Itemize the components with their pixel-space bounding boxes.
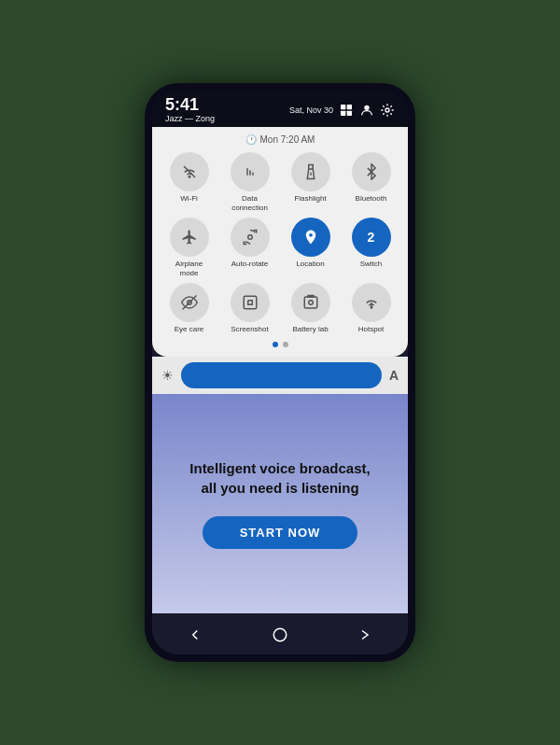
phone-screen: 5:41 Jazz — Zong Sat, Nov 30 🕐 Mon 7 — [152, 91, 408, 654]
status-date: Sat, Nov 30 — [289, 105, 333, 115]
airplane-label: Airplanemode — [175, 260, 203, 277]
eyecare-label: Eye care — [175, 325, 204, 334]
brightness-low-icon: ☀ — [161, 368, 174, 383]
wifi-label: Wi-Fi — [180, 194, 198, 204]
dot-2 — [283, 342, 288, 347]
tile-eyecare[interactable]: Eye care — [161, 283, 217, 334]
tile-hotspot[interactable]: Hotspot — [343, 283, 399, 334]
flashlight-label: Flashlight — [294, 194, 326, 204]
status-bar: 5:41 Jazz — Zong Sat, Nov 30 — [152, 91, 408, 127]
quick-settings-panel: 🕐 Mon 7:20 AM Wi-Fi Dataconnection — [152, 127, 408, 357]
wifi-icon — [170, 152, 209, 191]
brightness-auto-icon[interactable]: A — [389, 368, 399, 383]
svg-point-15 — [308, 301, 313, 305]
svg-point-4 — [364, 105, 369, 109]
alarm-icon: 🕐 — [245, 134, 257, 145]
alarm-time: Mon 7:20 AM — [260, 134, 315, 145]
tile-wifi[interactable]: Wi-Fi — [161, 152, 217, 212]
autorotate-icon — [231, 218, 270, 257]
tile-airplane[interactable]: Airplanemode — [161, 218, 217, 277]
svg-point-19 — [273, 628, 287, 641]
tile-screenshot[interactable]: Screenshot — [222, 283, 277, 334]
tile-data[interactable]: Dataconnection — [222, 152, 277, 212]
profile-icon — [359, 103, 374, 118]
svg-rect-14 — [304, 297, 317, 308]
dot-1 — [273, 342, 278, 347]
autorotate-label: Auto-rotate — [231, 260, 269, 269]
screenshot-label: Screenshot — [231, 325, 268, 334]
alarm-indicator: 🕐 Mon 7:20 AM — [161, 134, 399, 145]
batterylab-label: Battery lab — [292, 325, 328, 334]
location-label: Location — [296, 260, 324, 269]
status-left: 5:41 Jazz — Zong — [165, 96, 215, 123]
tile-batterylab[interactable]: Battery lab — [283, 283, 338, 334]
batterylab-icon — [291, 283, 330, 322]
status-right: Sat, Nov 30 — [289, 103, 395, 118]
switch-label: Switch — [360, 260, 383, 269]
svg-rect-2 — [341, 110, 345, 115]
page-dots — [161, 342, 399, 347]
switch-icon: 2 — [352, 218, 391, 257]
svg-rect-8 — [308, 165, 313, 170]
tile-flashlight[interactable]: Flashlight — [283, 152, 338, 212]
quick-tiles-grid: Wi-Fi Dataconnection Flashlight — [161, 152, 399, 334]
phone-frame: 5:41 Jazz — Zong Sat, Nov 30 🕐 Mon 7 — [145, 83, 415, 662]
brightness-bar: ☀ A — [152, 357, 408, 394]
svg-rect-1 — [347, 105, 352, 109]
tile-switch[interactable]: 2 Switch — [343, 218, 399, 277]
svg-rect-3 — [347, 110, 352, 115]
svg-point-6 — [189, 176, 190, 178]
status-carrier: Jazz — Zong — [165, 114, 215, 123]
hotspot-icon — [352, 283, 391, 322]
tile-location[interactable]: Location — [283, 218, 338, 277]
data-label: Dataconnection — [231, 194, 268, 212]
data-icon — [231, 152, 270, 191]
voice-text: Intelligent voice broadcast, all you nee… — [189, 458, 370, 498]
settings-icon — [380, 103, 395, 118]
svg-point-10 — [247, 235, 252, 240]
status-time: 5:41 — [165, 96, 215, 113]
brightness-slider[interactable] — [181, 362, 382, 388]
recents-button[interactable] — [351, 621, 379, 649]
location-icon — [291, 218, 330, 257]
voice-section: Intelligent voice broadcast, all you nee… — [152, 394, 408, 613]
airplane-icon — [170, 218, 209, 257]
bluetooth-label: Bluetooth — [356, 194, 387, 204]
navigation-bar — [152, 613, 408, 654]
tile-autorotate[interactable]: Auto-rotate — [222, 218, 277, 277]
flashlight-icon — [291, 152, 330, 191]
screenshot-icon — [231, 283, 270, 322]
svg-point-5 — [385, 108, 389, 112]
start-now-button[interactable]: START NOW — [203, 516, 358, 549]
hotspot-label: Hotspot — [358, 325, 385, 334]
home-button[interactable] — [266, 621, 294, 649]
tile-bluetooth[interactable]: Bluetooth — [343, 152, 399, 212]
svg-rect-0 — [341, 105, 345, 109]
multiwindow-icon — [339, 103, 354, 118]
svg-rect-13 — [244, 297, 257, 310]
back-button[interactable] — [181, 621, 209, 649]
eyecare-icon — [170, 283, 209, 322]
bluetooth-icon — [352, 152, 391, 191]
